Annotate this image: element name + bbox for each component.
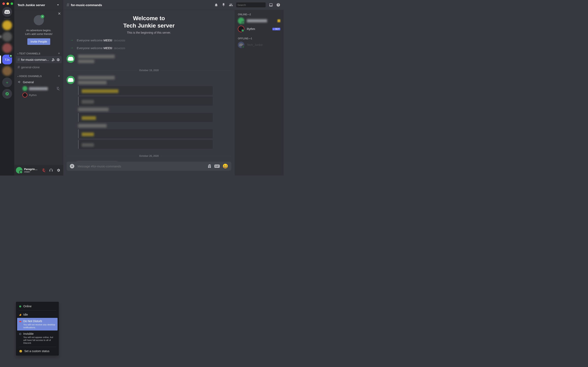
member-item[interactable]: ██████████ (236, 17, 282, 25)
user-panel: Peregrinepo... #9987 (14, 165, 63, 175)
user-avatar[interactable] (16, 167, 22, 174)
discord-logo-icon (4, 10, 10, 14)
guild-item[interactable] (2, 43, 12, 53)
user-info[interactable]: Peregrinepo... #9987 (24, 167, 39, 173)
channel-title: for-music-commands (71, 3, 214, 7)
attach-button[interactable]: + (70, 164, 74, 168)
system-join-message: → (67, 160, 231, 162)
invite-avatar-icon: + (34, 15, 44, 25)
avatar (238, 42, 244, 48)
welcome-header: Welcome toTech Junkie server This is the… (67, 15, 231, 34)
guild-acronym: TJs (5, 58, 9, 61)
embed (78, 113, 213, 122)
hash-icon: # (17, 57, 20, 62)
embed (78, 97, 213, 106)
avatar[interactable] (67, 76, 75, 84)
add-channel-button[interactable]: + (58, 74, 60, 78)
notifications-icon[interactable] (214, 3, 218, 7)
server-name: Tech Junkie server (17, 3, 45, 7)
join-arrow-icon: → (70, 38, 73, 42)
members-offline-header: OFFLINE—1 (236, 37, 282, 40)
inbox-icon[interactable] (269, 3, 273, 7)
channel-list: ▾ TEXT CHANNELS + # for-music-comman... … (14, 48, 63, 165)
member-item-offline[interactable]: Tech_Junkie (236, 41, 282, 49)
server-header[interactable]: Tech Junkie server (14, 0, 63, 10)
bot-badge: ✓ BOT (272, 28, 280, 30)
voice-user-rythm[interactable]: Rythm (16, 92, 62, 98)
channel-for-music-commands[interactable]: # for-music-comman... (16, 56, 62, 63)
settings-button[interactable] (55, 167, 62, 174)
gift-icon[interactable] (208, 164, 212, 168)
minimize-window[interactable] (7, 2, 9, 5)
channel-header: # for-music-commands (63, 0, 284, 10)
embed (78, 129, 213, 138)
add-server-button[interactable]: ＋ (2, 77, 12, 87)
search-box[interactable] (236, 2, 266, 7)
plus-icon: + (41, 15, 44, 18)
emoji-button[interactable]: 😀 (223, 164, 228, 169)
voice-user[interactable]: ██████████ (16, 85, 62, 92)
members-online-header: ONLINE—2 (236, 13, 282, 16)
guild-item[interactable] (2, 32, 12, 42)
system-join-message: → Everyone welcome MEE6!09/14/2020 (67, 38, 231, 43)
guild-bar: TJs ＋ (0, 0, 14, 175)
main-content: # for-music-commands Welcome toTech Junk… (63, 0, 284, 175)
deafen-button[interactable] (48, 167, 54, 174)
invite-card: ✕ + An adventure begins.Let's add some f… (14, 10, 63, 48)
system-join-message: → Everyone welcome MEE6!09/14/2020 (67, 45, 231, 50)
gif-button[interactable]: GIF (214, 165, 220, 168)
gear-icon[interactable] (56, 58, 60, 62)
search-input[interactable] (237, 3, 272, 7)
voice-badge-icon (9, 54, 12, 58)
speaker-icon (17, 80, 22, 84)
message (67, 53, 231, 65)
home-button[interactable] (2, 7, 12, 17)
members-icon[interactable] (229, 3, 233, 7)
join-arrow-icon: → (70, 46, 73, 50)
avatar (238, 17, 244, 24)
members-list: ONLINE—2 ██████████ Rythm ✓ BOT OFFLINE—… (234, 10, 284, 175)
mute-button[interactable] (40, 167, 47, 174)
date-divider: October 19, 2020 (67, 69, 231, 72)
guild-item[interactable] (2, 66, 12, 76)
help-icon[interactable] (276, 3, 280, 7)
invite-icon[interactable] (51, 58, 55, 62)
chevron-down-icon (56, 3, 60, 7)
hash-icon: # (17, 65, 20, 69)
avatar (238, 26, 244, 32)
avatar[interactable] (67, 55, 75, 63)
voice-channels-category[interactable]: ▾ VOICE CHANNELS + (16, 71, 62, 78)
messages-pane: Welcome toTech Junkie server This is the… (63, 10, 234, 175)
compose-area: + GIF 😀 (63, 162, 234, 175)
invite-people-button[interactable]: Invite People (27, 38, 51, 45)
invite-text: An adventure begins.Let's add some frien… (25, 29, 52, 36)
member-item-rythm[interactable]: Rythm ✓ BOT (236, 25, 282, 33)
message-scroll[interactable]: Welcome toTech Junkie server This is the… (63, 10, 234, 162)
maximize-window[interactable] (11, 2, 13, 5)
compass-icon (5, 92, 9, 96)
voice-channel-general[interactable]: General (16, 79, 62, 85)
guild-item-selected[interactable]: TJs (2, 55, 12, 64)
embed (78, 86, 213, 95)
message (67, 74, 231, 150)
close-icon[interactable]: ✕ (58, 11, 61, 16)
date-divider: October 26, 2020 (67, 155, 231, 157)
mute-icon (56, 86, 60, 91)
compose-box[interactable]: + GIF 😀 (67, 162, 231, 171)
pin-icon[interactable] (222, 3, 226, 7)
close-window[interactable] (2, 2, 5, 5)
text-channels-category[interactable]: ▾ TEXT CHANNELS + (16, 48, 62, 56)
window-controls (2, 2, 13, 5)
hash-icon: # (67, 2, 69, 8)
channel-general-clone[interactable]: # general-clone (16, 64, 62, 71)
message-input[interactable] (78, 165, 204, 168)
add-channel-button[interactable]: + (58, 51, 60, 56)
explore-button[interactable] (2, 89, 12, 99)
embed (78, 140, 213, 149)
channel-sidebar: Tech Junkie server ✕ + An adventure begi… (14, 0, 63, 175)
guild-item[interactable] (2, 20, 12, 30)
